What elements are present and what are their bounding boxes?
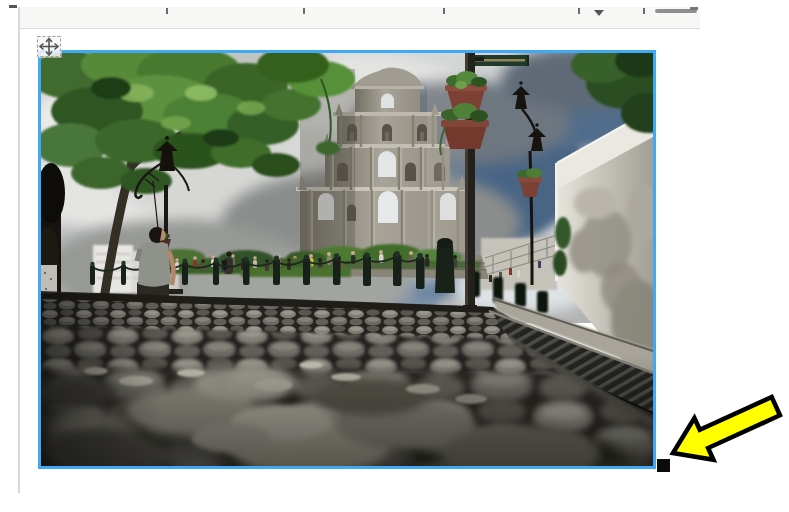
dropdown-caret-icon[interactable] [594, 10, 604, 16]
page-guide-line [18, 7, 20, 493]
ruler-tick [443, 8, 445, 14]
toolbar-left-mark [9, 5, 17, 8]
photo-ruins-st-pauls [41, 53, 653, 466]
annotation-arrow-icon [655, 390, 789, 475]
move-handle-icon[interactable] [36, 35, 63, 59]
toolbar-end-mark [690, 7, 698, 10]
selected-image[interactable] [38, 50, 656, 469]
ruler-tick [303, 8, 305, 14]
ruler-tick [643, 8, 645, 14]
ruler-tick [578, 8, 580, 14]
ruler-tick [166, 8, 168, 14]
annotation-arrow-shape [663, 390, 785, 474]
toolbar-remnant [18, 7, 700, 29]
distant-street [481, 235, 557, 290]
